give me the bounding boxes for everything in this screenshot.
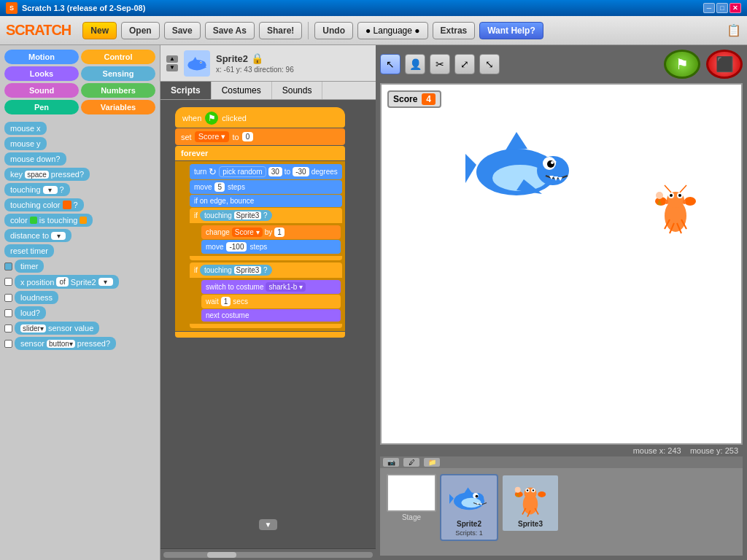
stop-button[interactable]: ⬛ xyxy=(706,50,743,79)
wait-val[interactable]: 1 xyxy=(221,297,231,306)
duplicate-tool-btn[interactable]: 👤 xyxy=(405,54,425,74)
tab-costumes[interactable]: Costumes xyxy=(212,82,272,99)
if-touching-block[interactable]: if touching Sprite3 ? xyxy=(190,208,342,223)
loud-checkbox[interactable] xyxy=(4,309,12,317)
pen-category[interactable]: Pen xyxy=(4,100,79,114)
loud-block[interactable]: loud? xyxy=(15,306,46,319)
turn-block[interactable]: turn ↻ pick random 30 to -30 degrees xyxy=(190,164,342,179)
minimize-btn[interactable]: ─ xyxy=(703,3,715,13)
timer-block[interactable]: timer xyxy=(15,260,44,273)
block-list: mouse x mouse y mouse down? key space pr… xyxy=(0,119,160,560)
open-button[interactable]: Open xyxy=(121,22,160,39)
score-value: 4 xyxy=(422,93,436,105)
move-val-input[interactable]: 5 xyxy=(214,182,225,192)
numbers-category[interactable]: Numbers xyxy=(81,83,155,98)
sprite2-thumb[interactable]: Sprite2 Scripts: 1 xyxy=(440,474,498,541)
score-var-input[interactable]: Score ▾ xyxy=(195,131,230,142)
svg-point-13 xyxy=(551,161,554,164)
reset-timer-block[interactable]: reset timer xyxy=(4,244,54,257)
touching-block[interactable]: touching ▾ ? xyxy=(4,183,70,196)
mouse-x-block[interactable]: mouse x xyxy=(4,122,47,135)
delete-tool-btn[interactable]: ✂ xyxy=(430,54,450,74)
clicked-label: clicked xyxy=(222,114,247,122)
tab-scripts[interactable]: Scripts xyxy=(160,82,212,99)
set-val-input[interactable]: 0 xyxy=(242,132,254,141)
extras-button[interactable]: Extras xyxy=(433,22,476,39)
title-bar: S Scratch 1.3 (release of 2-Sep-08) ─ □ … xyxy=(0,0,747,16)
maximize-btn[interactable]: □ xyxy=(716,3,728,13)
distance-to-block[interactable]: distance to ▾ xyxy=(4,229,71,242)
new-button[interactable]: New xyxy=(82,22,117,39)
change-val[interactable]: 1 xyxy=(274,228,285,237)
go-button[interactable]: ⚑ xyxy=(664,50,700,79)
scroll-track[interactable] xyxy=(163,552,373,558)
svg-rect-27 xyxy=(665,200,668,204)
timer-checkbox[interactable] xyxy=(4,262,12,271)
separator xyxy=(308,22,309,39)
sprite-coords: x: -61 y: 43 direction: 96 xyxy=(216,66,294,74)
mouse-y-block[interactable]: mouse y xyxy=(4,137,47,150)
when-clicked-block[interactable]: when ⚑ clicked xyxy=(175,107,345,128)
save-button[interactable]: Save xyxy=(164,22,201,39)
next-costume-block[interactable]: next costume xyxy=(201,309,341,322)
costume-val[interactable]: shark1-b ▾ xyxy=(266,282,306,292)
help-button[interactable]: Want Help? xyxy=(479,22,543,39)
sensor-checkbox[interactable] xyxy=(4,340,12,348)
variables-category[interactable]: Variables xyxy=(81,100,155,114)
script-canvas[interactable]: when ⚑ clicked set Score ▾ to 0 forever xyxy=(160,100,376,548)
left-panel: Motion Control Looks Sensing Sound Numbe… xyxy=(0,45,160,560)
sound-category[interactable]: Sound xyxy=(4,83,79,98)
undo-button[interactable]: Undo xyxy=(314,22,353,39)
scroll-thumb[interactable] xyxy=(207,552,236,558)
script-scrollbar[interactable] xyxy=(160,548,376,560)
share-button[interactable]: Share! xyxy=(259,22,302,39)
x-pos-checkbox[interactable] xyxy=(4,278,12,286)
costume-block[interactable]: switch to costume shark1-b ▾ xyxy=(201,280,341,294)
mouse-x-val: 243 xyxy=(667,446,681,455)
loudness-block[interactable]: loudness xyxy=(15,291,58,304)
language-button[interactable]: ● Language ● xyxy=(357,22,428,39)
import-sprite-btn[interactable]: 📁 xyxy=(424,458,440,467)
looks-category[interactable]: Looks xyxy=(4,66,79,81)
notes-icon[interactable]: 📋 xyxy=(727,23,741,37)
mouse-down-block[interactable]: mouse down? xyxy=(4,152,66,166)
sensing-category[interactable]: Sensing xyxy=(81,66,155,81)
forever-block[interactable]: forever xyxy=(175,146,345,160)
sprite3-thumb[interactable]: Sprite3 xyxy=(501,474,560,532)
select-tool-btn[interactable]: ↖ xyxy=(380,54,400,74)
motion-category[interactable]: Motion xyxy=(4,50,79,64)
add-sprite-btn[interactable]: 📷 xyxy=(383,458,399,467)
move2-val[interactable]: -100 xyxy=(226,242,247,252)
loudness-checkbox[interactable] xyxy=(4,294,12,302)
wait-block[interactable]: wait 1 secs xyxy=(201,295,341,308)
forever-inner: turn ↻ pick random 30 to -30 degrees mov… xyxy=(175,161,345,331)
paint-sprite-btn[interactable]: 🖊 xyxy=(403,458,419,467)
touching-color-block[interactable]: touching color ? xyxy=(4,198,84,211)
x-position-block[interactable]: x position of Sprite2 ▾ xyxy=(15,275,119,289)
rand-min-input[interactable]: 30 xyxy=(268,167,282,176)
sprite-next-btn[interactable]: ▼ xyxy=(166,64,178,71)
change-score-block[interactable]: change Score ▾ by 1 xyxy=(201,225,341,239)
shrink-tool-btn[interactable]: ⤡ xyxy=(479,54,500,74)
slider-checkbox[interactable] xyxy=(4,324,12,332)
tab-sounds[interactable]: Sounds xyxy=(272,82,323,99)
move-block[interactable]: move 5 steps xyxy=(190,180,342,194)
if2-touching-block[interactable]: if touching Sprite3 ? xyxy=(190,262,342,278)
sprite2-label: Sprite2 xyxy=(457,520,481,528)
close-btn[interactable]: ✕ xyxy=(729,3,741,13)
move2-block[interactable]: move -100 steps xyxy=(201,240,341,254)
grow-tool-btn[interactable]: ⤢ xyxy=(454,54,475,74)
set-score-block[interactable]: set Score ▾ to 0 xyxy=(175,128,345,145)
control-category[interactable]: Control xyxy=(81,50,155,64)
color-touching-block[interactable]: color is touching xyxy=(4,214,93,227)
sprite-prev-btn[interactable]: ▲ xyxy=(166,55,178,63)
sensor-block[interactable]: sensor button▾ pressed? xyxy=(15,337,116,350)
svg-marker-7 xyxy=(465,154,476,183)
rand-max-input[interactable]: -30 xyxy=(293,167,309,176)
change-var[interactable]: Score ▾ xyxy=(232,228,263,237)
key-pressed-block[interactable]: key space pressed? xyxy=(4,168,90,181)
stage-thumbnail[interactable]: Stage xyxy=(386,474,437,521)
slider-block[interactable]: slider▾ sensor value xyxy=(15,322,99,335)
save-as-button[interactable]: Save As xyxy=(205,22,255,39)
bounce-block[interactable]: if on edge, bounce xyxy=(190,195,342,207)
